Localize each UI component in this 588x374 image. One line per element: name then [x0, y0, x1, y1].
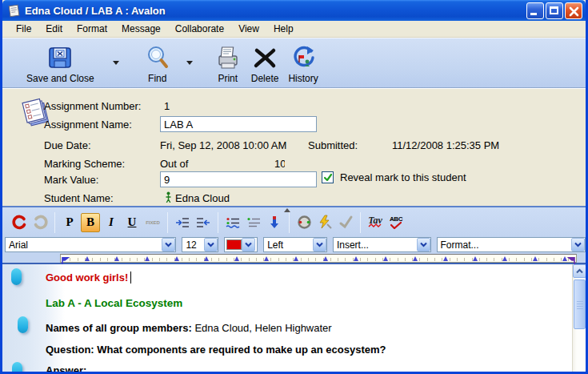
ruler-tab-stops: [61, 255, 576, 262]
insert-select[interactable]: Insert...: [333, 237, 431, 252]
font-size-select[interactable]: 12: [182, 237, 218, 252]
tab-stop-marker[interactable]: [443, 256, 448, 261]
menu-edit[interactable]: Edit: [38, 22, 70, 36]
tab-stop-marker[interactable]: [502, 256, 507, 261]
alignment-select[interactable]: Left: [263, 237, 327, 252]
numbered-list-button[interactable]: [244, 213, 263, 232]
assignment-form: Assignment Number: 1 Assignment Name: Du…: [2, 88, 586, 206]
tab-stop-marker[interactable]: [562, 256, 567, 261]
apply-formatting-button[interactable]: [315, 213, 334, 232]
find-icon: [144, 43, 171, 72]
underline-button[interactable]: U: [122, 213, 142, 232]
menu-collaborate[interactable]: Collaborate: [168, 22, 231, 36]
fixed-width-button[interactable]: FIXED: [143, 213, 162, 232]
student-name-label: Student Name:: [44, 192, 114, 204]
close-button[interactable]: [565, 2, 582, 19]
find-label: Find: [148, 73, 166, 84]
tab-stop-marker[interactable]: [174, 256, 179, 261]
minimize-button[interactable]: [526, 2, 544, 19]
menu-file[interactable]: File: [9, 22, 38, 36]
stationery-pill: [18, 316, 28, 333]
vertical-scrollbar[interactable]: [572, 264, 586, 372]
scrollbar-thumb[interactable]: [574, 279, 586, 329]
history-icon: [290, 43, 317, 72]
main-toolbar: Save and Close Find: [2, 38, 586, 88]
chevron-down-icon: [571, 238, 585, 251]
doc-names-value: Edna Cloud, Helen Highwater: [192, 322, 332, 334]
bulleted-list-button[interactable]: [223, 213, 242, 232]
tab-stop-marker[interactable]: [114, 256, 119, 261]
tab-stop-marker[interactable]: [383, 256, 388, 261]
doc-heading: Lab A - A Local Ecosystem: [46, 297, 182, 309]
plain-label: P: [66, 215, 73, 229]
delete-label: Delete: [251, 73, 279, 84]
tab-stop-marker[interactable]: [413, 256, 418, 261]
italic-button[interactable]: I: [102, 213, 121, 232]
separator: [218, 212, 218, 233]
tab-stop-marker[interactable]: [85, 256, 90, 261]
doc-names-line: Names of all group members: Edna Cloud, …: [46, 322, 332, 334]
spell-as-you-type-button[interactable]: Tav: [366, 213, 385, 232]
document-editor[interactable]: Good work girls! Lab A - A Local Ecosyst…: [2, 264, 586, 372]
indent-increase-button[interactable]: [173, 213, 192, 232]
delete-icon: [253, 43, 277, 72]
mark-value-input[interactable]: [160, 171, 317, 187]
approve-button[interactable]: [336, 213, 355, 232]
marking-scheme-value: Out of: [160, 158, 188, 170]
menu-help[interactable]: Help: [266, 22, 301, 36]
italic-label: I: [109, 215, 114, 229]
tab-stop-marker[interactable]: [234, 256, 239, 261]
maximize-icon: [550, 6, 558, 14]
bold-button[interactable]: B: [81, 213, 100, 232]
redo-icon: [33, 215, 48, 230]
find-button[interactable]: Find: [139, 42, 176, 86]
indent-increase-icon: [174, 216, 190, 229]
separator: [360, 212, 361, 233]
bold-label: B: [86, 215, 94, 229]
reveal-mark-checkbox[interactable]: [322, 171, 334, 183]
tab-stop-marker[interactable]: [264, 256, 269, 261]
chevron-down-icon: [242, 238, 255, 251]
maximize-button[interactable]: [546, 2, 563, 19]
delete-button[interactable]: Delete: [246, 42, 284, 86]
font-color-select[interactable]: [224, 237, 258, 252]
dropdown-arrow-icon: [113, 61, 119, 65]
student-name-value[interactable]: Edna Cloud: [175, 192, 230, 204]
title-bar[interactable]: Edna Cloud / LAB A : Avalon: [2, 0, 586, 21]
doc-greeting: Good work girls!: [46, 271, 131, 284]
tab-stop-marker[interactable]: [473, 256, 478, 261]
scroll-up-button[interactable]: [573, 264, 586, 278]
menu-format[interactable]: Format: [70, 22, 114, 36]
redo-button[interactable]: [30, 213, 50, 232]
tab-stop-marker[interactable]: [294, 256, 298, 261]
mark-value-label: Mark Value:: [44, 174, 98, 186]
spell-check-button[interactable]: ABC: [386, 213, 406, 232]
save-options-dropdown[interactable]: [110, 46, 122, 78]
indent-decrease-button[interactable]: [194, 213, 213, 232]
move-down-button[interactable]: [265, 213, 284, 232]
red-check-icon: [390, 222, 402, 229]
chevron-down-icon: [162, 238, 175, 251]
ruler[interactable]: [60, 254, 577, 263]
route-button[interactable]: [294, 213, 314, 232]
save-and-close-button[interactable]: Save and Close: [22, 42, 99, 86]
undo-button[interactable]: [10, 213, 29, 232]
tab-stop-marker[interactable]: [204, 256, 209, 261]
menu-view[interactable]: View: [231, 22, 266, 36]
menu-message[interactable]: Message: [114, 22, 168, 36]
format-select[interactable]: Format...: [437, 237, 586, 252]
tab-stop-marker[interactable]: [145, 256, 150, 261]
find-options-dropdown[interactable]: [184, 46, 195, 78]
history-button[interactable]: History: [283, 42, 322, 86]
font-family-select[interactable]: Arial: [5, 237, 176, 252]
message-document-icon: [7, 4, 21, 18]
plain-style-button[interactable]: P: [60, 213, 79, 232]
underline-label: U: [128, 215, 137, 229]
tab-stop-marker[interactable]: [533, 256, 538, 261]
indent-decrease-icon: [195, 216, 211, 229]
assignment-name-input[interactable]: [160, 116, 317, 132]
tab-stop-marker[interactable]: [323, 256, 328, 261]
tab-stop-marker[interactable]: [354, 256, 358, 261]
collapse-toolbar-icon[interactable]: [284, 208, 290, 212]
print-button[interactable]: Print: [210, 42, 246, 86]
